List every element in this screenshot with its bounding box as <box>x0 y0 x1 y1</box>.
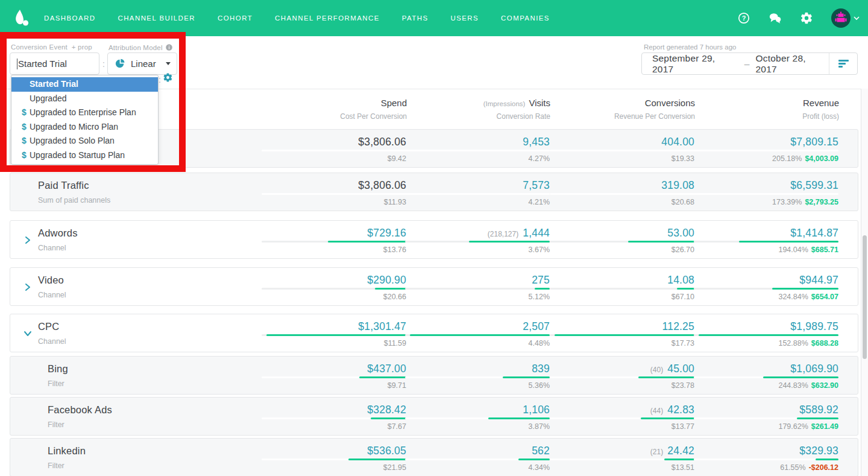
app-logo[interactable] <box>11 7 33 29</box>
metric-cell-visits: 8395.36% <box>405 363 550 390</box>
user-menu[interactable] <box>831 8 860 28</box>
dropdown-item-upgraded-to-startup-plan[interactable]: $Upgraded to Startup Plan <box>11 148 158 163</box>
metric-value: 2,507 <box>523 320 550 332</box>
dropdown-item-upgraded[interactable]: Upgraded <box>11 92 158 106</box>
messages-icon[interactable] <box>769 11 782 25</box>
metric-secondary: 4.27% <box>405 154 550 163</box>
dropdown-item-upgraded-to-solo-plan[interactable]: $Upgraded to Solo Plan <box>11 134 158 148</box>
value-bar <box>469 241 550 243</box>
table-row-linkedin[interactable]: LinkedinFilter$536.05$21.955624.34%(21)2… <box>10 438 858 476</box>
metric-value: $1,301.47 <box>358 320 406 332</box>
scrollbar-track[interactable] <box>861 89 868 476</box>
value-bar <box>503 376 550 378</box>
nav-item-channel-performance[interactable]: CHANNEL PERFORMANCE <box>275 14 380 22</box>
nav-item-users[interactable]: USERS <box>450 14 479 22</box>
value-bar <box>638 376 694 378</box>
money-event-icon: $ <box>22 120 27 135</box>
table-row-facebook-ads[interactable]: Facebook AdsFilter$328.42$7.671,1063.87%… <box>10 397 858 436</box>
value-bar <box>739 241 838 243</box>
metric-value: $3,806.06 <box>358 179 406 191</box>
nav-item-paths[interactable]: PATHS <box>402 14 429 22</box>
metric-cell-conversions: 112.25$17.73 <box>550 320 694 348</box>
metric-secondary: 324.84%$654.07 <box>694 293 838 301</box>
settings-gear-icon[interactable] <box>163 72 173 83</box>
metric-value: 9,453 <box>523 136 550 148</box>
value-bar-track <box>550 376 694 378</box>
table-row-bing[interactable]: BingFilter$437.00$9.718395.36%(40)45.00$… <box>10 356 858 395</box>
metric-cell-revenue: $329.9361.55%-$206.12 <box>694 445 838 472</box>
date-range-picker[interactable]: September 29, 2017 – October 28, 2017 <box>641 52 858 75</box>
expand-chevron-icon[interactable] <box>24 283 31 291</box>
date-range-text: September 29, 2017 – October 28, 2017 <box>642 53 829 75</box>
metric-value: $1,414.87 <box>790 227 838 239</box>
dropdown-item-upgraded-to-micro-plan[interactable]: $Upgraded to Micro Plan <box>11 120 158 135</box>
value-bar-track <box>550 288 694 290</box>
attribution-model-select[interactable]: Linear <box>107 52 177 75</box>
table-row-adwords[interactable]: AdwordsChannel$729.16$13.76(218,127)1,44… <box>10 220 858 259</box>
scrollbar-thumb[interactable] <box>863 235 867 359</box>
top-nav: DASHBOARDCHANNEL BUILDERCOHORTCHANNEL PE… <box>0 0 868 36</box>
row-name: Video <box>38 274 64 286</box>
money-event-icon: $ <box>22 134 27 148</box>
dropdown-item-upgraded-to-enterprise-plan[interactable]: $Upgraded to Enterprise Plan <box>11 106 158 120</box>
value-bar <box>535 288 550 290</box>
row-subtitle: Filter <box>48 379 64 388</box>
table-row-paid-traffic[interactable]: Paid TrafficSum of paid channels$3,806.0… <box>10 173 858 211</box>
metric-cell-revenue: $6,599.31173.39%$2,793.25 <box>694 179 838 207</box>
metric-secondary: $7.67 <box>262 422 406 431</box>
value-bar <box>628 241 694 243</box>
metric-value: $589.92 <box>799 404 838 416</box>
metric-secondary: $17.73 <box>550 339 694 347</box>
nav-items: DASHBOARDCHANNEL BUILDERCOHORTCHANNEL PE… <box>44 14 550 22</box>
value-bar-track <box>550 241 694 243</box>
row-name: Linkedin <box>48 445 86 457</box>
metric-secondary: 5.36% <box>405 381 550 390</box>
value-bar-track <box>262 376 406 378</box>
nav-item-companies[interactable]: COMPANIES <box>501 14 550 22</box>
settings-icon[interactable] <box>800 11 813 25</box>
table-row-cpc[interactable]: CPCChannel$1,301.47$11.592,5074.48%112.2… <box>10 314 858 352</box>
filter-icon <box>838 60 849 68</box>
metric-secondary: $11.93 <box>262 198 406 206</box>
metric-secondary: 4.48% <box>405 339 550 347</box>
report-generated-label: Report generated 7 hours ago <box>644 43 736 51</box>
help-icon[interactable]: ? <box>737 11 750 25</box>
dropdown-item-started-trial[interactable]: Started Trial <box>11 77 158 92</box>
metric-value: 319.08 <box>661 179 694 191</box>
metric-value: $3,806.06 <box>358 136 406 148</box>
metric-secondary: 5.12% <box>405 293 550 301</box>
value-bar-track <box>550 459 694 460</box>
value-bar <box>359 376 406 378</box>
metric-secondary: $13.76 <box>262 246 406 254</box>
value-bar-track <box>694 459 838 460</box>
nav-item-dashboard[interactable]: DASHBOARD <box>44 14 95 22</box>
expand-chevron-icon[interactable] <box>24 236 31 244</box>
table-row-video[interactable]: VideoChannel$290.90$20.662755.12%14.08$6… <box>10 267 858 306</box>
metric-value: 24.42 <box>667 445 694 457</box>
info-icon[interactable] <box>165 43 173 51</box>
metric-cell-revenue: $1,989.75152.88%$688.28 <box>694 320 838 348</box>
metric-cell-spend: $729.16$13.76 <box>262 227 406 255</box>
metric-secondary: 4.34% <box>405 463 550 472</box>
report-filter-button[interactable] <box>829 60 857 68</box>
nav-item-channel-builder[interactable]: CHANNEL BUILDER <box>118 14 195 22</box>
metric-secondary: 194.04%$685.71 <box>694 246 838 254</box>
value-bar <box>699 334 838 336</box>
value-bar <box>797 417 838 419</box>
value-bar-track <box>405 241 550 243</box>
metric-secondary: $19.33 <box>550 154 694 163</box>
metric-value: 53.00 <box>667 227 694 239</box>
metric-secondary: 152.88%$688.28 <box>694 339 838 347</box>
row-subtitle: Channel <box>38 244 66 252</box>
conversion-event-label: Conversion Event + prop <box>11 43 92 51</box>
expand-chevron-icon[interactable] <box>24 330 32 337</box>
metric-secondary: 61.55%-$206.12 <box>694 463 838 472</box>
metric-cell-spend: $328.42$7.67 <box>262 404 406 431</box>
metric-secondary: $21.95 <box>262 463 406 472</box>
value-bar <box>641 417 694 419</box>
add-prop-link[interactable]: + prop <box>72 43 92 51</box>
value-bar-track <box>262 417 406 419</box>
conversion-event-input[interactable]: Started Trial <box>10 52 99 75</box>
value-bar-track <box>262 459 406 460</box>
nav-item-cohort[interactable]: COHORT <box>218 14 253 22</box>
